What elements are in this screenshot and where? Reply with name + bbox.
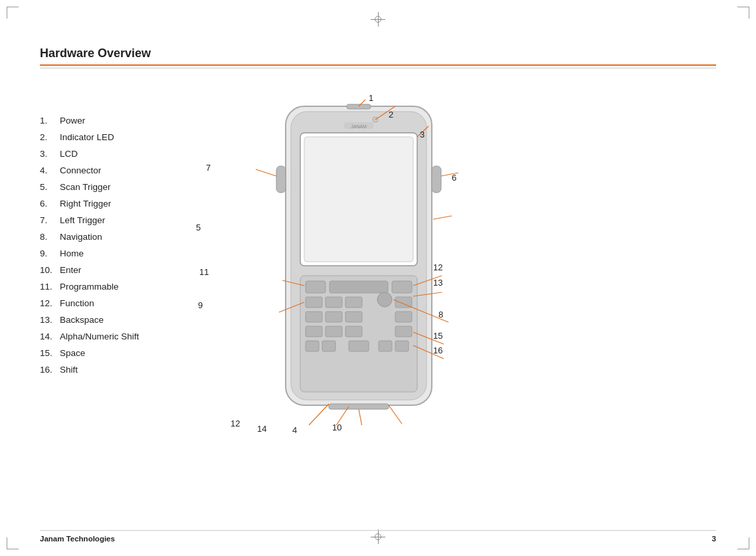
part-number: 8. [40,229,60,246]
main-content: 1.Power2.Indicator LED3.LCD4.Connector5.… [40,93,716,516]
part-label: Shift [60,362,78,379]
svg-text:JANAM: JANAM [351,124,367,129]
part-number: 10. [40,262,60,279]
part-label: Home [60,246,84,262]
list-item: 6.Right Trigger [40,196,173,213]
corner-mark-bl [7,537,19,549]
part-number: 1. [40,113,60,130]
callout-10: 10 [332,422,341,432]
footer-page-number: 3 [712,535,716,543]
list-item: 2.Indicator LED [40,130,173,146]
part-label: Right Trigger [60,196,111,213]
svg-rect-30 [379,341,392,351]
part-number: 4. [40,163,60,179]
footer-company: Janam Technologies [40,535,115,543]
part-number: 12. [40,296,60,312]
svg-rect-12 [330,281,388,293]
svg-rect-13 [392,281,412,293]
callout-14: 14 [257,424,266,434]
part-label: Space [60,345,85,362]
part-number: 6. [40,196,60,213]
callout-4: 4 [292,425,297,435]
diagram-area: JANAM [193,93,716,516]
list-item: 11.Programmable [40,279,173,296]
callout-2: 2 [389,110,393,120]
part-label: Left Trigger [60,213,105,229]
part-number: 15. [40,345,60,362]
callout-6: 6 [452,173,456,183]
list-item: 1.Power [40,113,173,130]
part-label: Connector [60,163,101,179]
list-item: 5.Scan Trigger [40,179,173,196]
svg-line-37 [256,169,276,176]
list-item: 10.Enter [40,262,173,279]
part-number: 9. [40,246,60,262]
svg-line-46 [309,404,329,425]
svg-rect-27 [306,341,319,351]
part-label: Indicator LED [60,130,114,146]
part-label: Scan Trigger [60,179,111,196]
part-label: Alpha/Numeric Shift [60,329,139,345]
callout-5: 5 [196,223,201,232]
callout-15: 15 [433,331,442,341]
callout-8: 8 [438,310,443,320]
svg-rect-24 [326,326,342,337]
parts-list: 1.Power2.Indicator LED3.LCD4.Connector5.… [40,93,173,516]
svg-rect-9 [276,166,286,193]
part-number: 2. [40,130,60,146]
callout-16: 16 [433,345,442,355]
part-number: 14. [40,329,60,345]
svg-line-38 [433,216,452,219]
list-item: 13.Backspace [40,312,173,329]
svg-rect-26 [395,326,412,337]
svg-rect-22 [395,312,412,322]
list-item: 15.Space [40,345,173,362]
svg-rect-19 [306,312,322,322]
crosshair-top [371,12,385,27]
list-item: 12.Function [40,296,173,312]
svg-line-48 [389,405,402,424]
callout-12: 12 [433,262,442,272]
callout-12b: 12 [231,418,240,428]
part-label: LCD [60,146,78,163]
list-item: 8.Navigation [40,229,173,246]
svg-rect-14 [306,297,322,308]
svg-rect-8 [432,166,441,193]
svg-rect-20 [326,312,342,322]
header: Hardware Overview [40,46,716,68]
corner-mark-tl [7,7,19,19]
callout-3: 3 [420,130,425,139]
list-item: 4.Connector [40,163,173,179]
part-label: Function [60,296,94,312]
header-orange-line [40,64,716,66]
page-title: Hardware Overview [40,46,716,60]
svg-rect-6 [347,104,371,109]
corner-mark-tr [737,7,749,19]
part-label: Programmable [60,279,119,296]
svg-rect-21 [345,312,362,322]
part-label: Enter [60,262,81,279]
callout-11: 11 [199,267,209,277]
callout-7: 7 [206,163,211,173]
callout-9: 9 [198,300,203,310]
svg-line-49 [359,409,362,425]
footer: Janam Technologies 3 [40,530,716,543]
part-number: 16. [40,362,60,379]
svg-rect-11 [306,281,326,293]
part-number: 11. [40,279,60,296]
list-item: 3.LCD [40,146,173,163]
list-item: 9.Home [40,246,173,262]
list-item: 16.Shift [40,362,173,379]
svg-rect-31 [395,341,409,351]
svg-rect-15 [326,297,342,308]
part-label: Backspace [60,312,104,329]
list-item: 14.Alpha/Numeric Shift [40,329,173,345]
svg-rect-32 [329,404,389,409]
part-number: 3. [40,146,60,163]
part-label: Navigation [60,229,102,246]
svg-rect-29 [349,341,369,351]
svg-rect-28 [322,341,335,351]
svg-rect-23 [306,326,322,337]
svg-rect-16 [345,297,362,308]
header-gray-line [40,68,716,68]
